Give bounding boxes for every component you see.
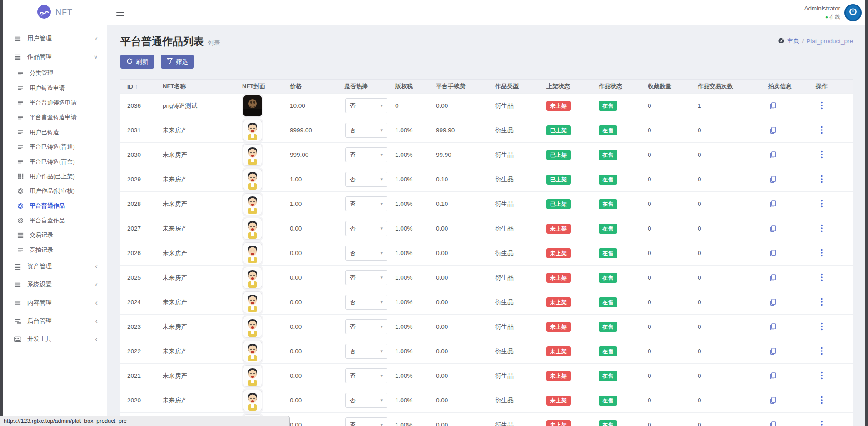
hot-select[interactable]: 否▾ [345, 319, 387, 334]
row-actions-button[interactable] [819, 150, 824, 160]
nft-cover-image[interactable] [243, 267, 262, 289]
sidebar-item-16[interactable]: 资产管理‹ [3, 257, 107, 276]
online-status: ●在线 [804, 13, 840, 20]
nft-cover-image[interactable] [243, 95, 262, 117]
auction-copy-button[interactable] [768, 297, 778, 307]
row-actions-button[interactable] [819, 371, 824, 381]
row-actions-button[interactable] [819, 248, 824, 258]
auction-copy-button[interactable] [768, 420, 778, 426]
auction-copy-button[interactable] [768, 150, 778, 160]
auction-copy-button[interactable] [768, 322, 778, 331]
filter-button[interactable]: 筛选 [161, 55, 194, 69]
auction-copy-button[interactable] [768, 346, 778, 356]
sidebar-item-17[interactable]: 系统设置‹ [3, 276, 107, 294]
nft-cover-image[interactable] [243, 365, 262, 387]
chevron-left-icon: ‹ [95, 264, 98, 269]
hot-select[interactable]: 否▾ [345, 221, 387, 236]
row-actions-button[interactable] [819, 199, 824, 209]
nft-cover-image[interactable] [243, 291, 262, 313]
shelf-status-badge: 未上架 [546, 297, 571, 307]
row-actions-button[interactable] [819, 223, 824, 233]
sidebar-item-15[interactable]: 竞拍记录 [3, 243, 107, 257]
hot-select[interactable]: 否▾ [345, 172, 387, 187]
row-actions-button[interactable] [819, 346, 824, 356]
hot-select[interactable]: 否▾ [345, 417, 387, 426]
caret-down-icon: ▾ [380, 324, 383, 330]
column-label: 是否热捧 [344, 83, 368, 90]
auction-copy-button[interactable] [768, 101, 778, 110]
sidebar-item-1[interactable]: 用户管理‹ [3, 30, 107, 48]
nft-cover-image[interactable] [243, 193, 262, 215]
nft-cover-image[interactable] [243, 218, 262, 240]
sidebar-item-6[interactable]: 平台盲盒铸造申请 [3, 110, 107, 125]
row-actions-button[interactable] [819, 174, 824, 184]
sidebar-item-3[interactable]: 分类管理 [3, 66, 107, 80]
nft-name-cell: 未来房产 [156, 118, 235, 143]
auction-copy-button[interactable] [768, 175, 778, 184]
row-actions-button[interactable] [819, 125, 824, 135]
row-actions-button[interactable] [819, 272, 824, 282]
row-actions-button[interactable] [819, 420, 824, 426]
auction-copy-button[interactable] [768, 273, 778, 282]
auction-copy-button[interactable] [768, 224, 778, 233]
sidebar-item-14[interactable]: 交易记录 [3, 228, 107, 242]
breadcrumb-home-link[interactable]: 主页 [778, 37, 799, 45]
sidebar-item-4[interactable]: 用户铸造申请 [3, 80, 107, 95]
nft-cover-image[interactable] [243, 169, 262, 190]
auction-copy-button[interactable] [768, 248, 778, 258]
sidebar-item-13[interactable]: 平台盲盒作品 [3, 213, 107, 228]
nft-cover-image[interactable] [243, 316, 262, 338]
row-actions-button[interactable] [819, 297, 824, 307]
tax-value: 1.00% [395, 127, 412, 134]
hot-select[interactable]: 否▾ [345, 246, 387, 261]
app-logo[interactable]: NFT [3, 0, 107, 25]
sidebar-item-2[interactable]: 作品管理∨ [3, 48, 107, 66]
sidebar-item-18[interactable]: 内容管理‹ [3, 294, 107, 312]
bars-icon [14, 299, 21, 306]
sidebar-item-11[interactable]: 用户作品(待审核) [3, 184, 107, 198]
row-actions-button[interactable] [819, 395, 824, 405]
shelf-status-badge: 未上架 [546, 346, 571, 356]
hot-select[interactable]: 否▾ [345, 196, 387, 211]
hot-select[interactable]: 否▾ [345, 393, 387, 408]
sidebar-item-7[interactable]: 用户已铸造 [3, 125, 107, 140]
hamburger-icon[interactable] [116, 10, 124, 16]
refresh-button[interactable]: 刷新 [120, 55, 154, 69]
hot-select[interactable]: 否▾ [345, 344, 387, 359]
nft-cover-image[interactable] [243, 242, 262, 264]
auction-copy-button[interactable] [768, 199, 778, 209]
sort-up-icon[interactable]: ↑ [135, 84, 138, 90]
hot-select[interactable]: 否▾ [345, 270, 387, 285]
hot-select[interactable]: 否▾ [345, 123, 387, 138]
sidebar-item-12[interactable]: 平台普通作品 [3, 199, 107, 213]
row-actions-button[interactable] [819, 321, 824, 331]
nft-cover-image[interactable] [243, 120, 262, 141]
auction-copy-button[interactable] [768, 125, 778, 135]
fee-value: 0.00 [436, 348, 448, 355]
sidebar-item-8[interactable]: 平台已铸造(普通) [3, 140, 107, 154]
table-card: ID↑NFT名称NFT封面价格是否热捧版权税平台手续费作品类型上架状态作品状态收… [120, 79, 853, 426]
sidebar-item-10[interactable]: 用户作品(已上架) [3, 169, 107, 184]
nft-cover-image[interactable] [243, 341, 262, 362]
column-header-id[interactable]: ID↑ [120, 80, 156, 94]
sidebar-item-19[interactable]: 后台管理‹ [3, 312, 107, 330]
hot-select[interactable]: 否▾ [345, 98, 387, 113]
admin-avatar[interactable] [844, 4, 862, 21]
hot-select[interactable]: 否▾ [345, 295, 387, 310]
sidebar-item-9[interactable]: 平台已铸造(盲盒) [3, 154, 107, 169]
price-value: 0.00 [290, 299, 302, 306]
auction-copy-button[interactable] [768, 371, 778, 381]
nft-cover-image[interactable] [243, 144, 262, 166]
breadcrumb-current[interactable]: Plat_product_pre [806, 38, 853, 45]
hot-select[interactable]: 否▾ [345, 147, 387, 162]
nft-cover-cell [235, 118, 283, 143]
row-actions-button[interactable] [819, 100, 824, 110]
nft-cover-image[interactable] [243, 390, 262, 411]
auction-copy-button[interactable] [768, 396, 778, 405]
sidebar-item-5[interactable]: 平台普通铸造申请 [3, 95, 107, 110]
sidebar-item-20[interactable]: 开发工具‹ [3, 330, 107, 348]
nft-name-cell: 未来房产 [156, 241, 235, 266]
shelf-status-cell: 已上架 [540, 192, 592, 216]
hot-select[interactable]: 否▾ [345, 368, 387, 383]
collect-count-cell: 0 [641, 118, 691, 143]
